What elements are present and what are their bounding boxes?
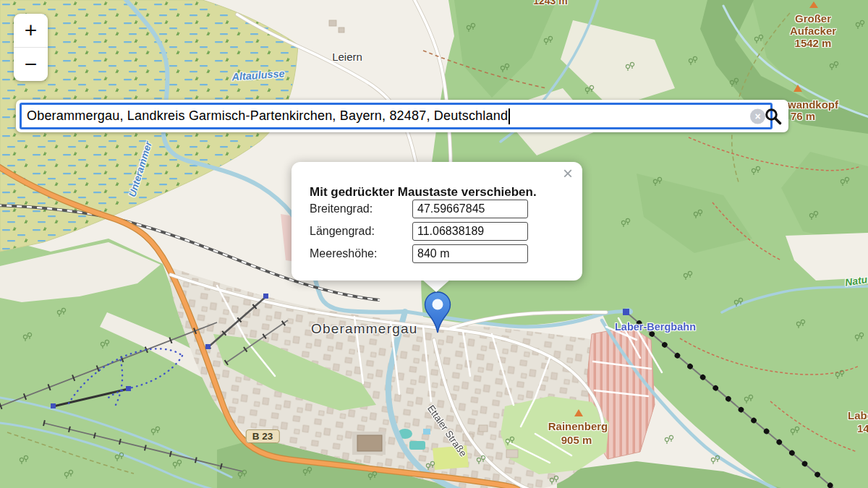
elevation-field[interactable]	[412, 244, 528, 263]
magnifier-icon	[764, 107, 783, 126]
search-input[interactable]: Oberammergau, Landkreis Garmisch-Partenk…	[20, 103, 773, 129]
text-caret	[509, 108, 510, 124]
elevation-label: Meereshöhe:	[310, 247, 412, 260]
latitude-label: Breitengrad:	[310, 202, 412, 215]
map-application: Leiern Altaulusse Unterammer Großer Aufa…	[0, 0, 868, 488]
longitude-row: Längengrad:	[310, 222, 528, 241]
popup-close-icon[interactable]: ×	[563, 163, 573, 184]
marker-pin-icon	[424, 291, 451, 335]
zoom-control: + −	[14, 14, 48, 81]
coordinates-popup: × Mit gedrückter Maustaste verschieben. …	[292, 162, 582, 281]
zoom-out-button[interactable]: −	[14, 48, 48, 81]
longitude-field[interactable]	[412, 222, 528, 241]
longitude-label: Längengrad:	[310, 225, 412, 238]
popup-pointer	[422, 280, 450, 292]
search-bar: Oberammergau, Landkreis Garmisch-Partenk…	[16, 100, 788, 132]
search-button[interactable]	[757, 100, 788, 132]
search-query-text: Oberammergau, Landkreis Garmisch-Partenk…	[27, 108, 508, 124]
latitude-field[interactable]	[412, 200, 528, 218]
popup-title: Mit gedrückter Maustaste verschieben.	[310, 185, 537, 200]
elevation-row: Meereshöhe:	[310, 244, 528, 263]
latitude-row: Breitengrad:	[310, 200, 528, 218]
zoom-in-button[interactable]: +	[14, 14, 48, 47]
map-marker-pin[interactable]	[424, 291, 451, 335]
